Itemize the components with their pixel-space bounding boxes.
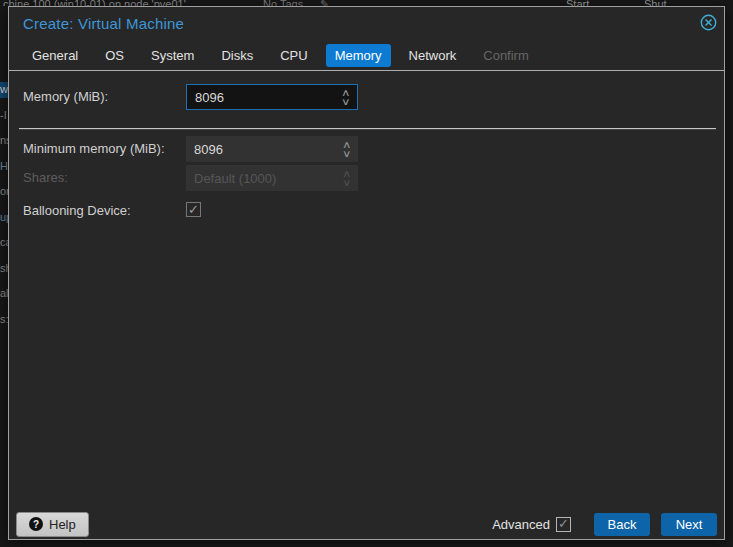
spinner-down-icon: ∨ (342, 149, 352, 158)
back-button[interactable]: Back (594, 513, 650, 536)
sidebar-fragment: s: (0, 312, 8, 328)
min-memory-label: Minimum memory (MiB): (23, 141, 165, 156)
advanced-toggle: Advanced ✓ (492, 517, 571, 532)
min-memory-input[interactable] (186, 136, 336, 162)
tab-memory[interactable]: Memory (326, 44, 391, 67)
shares-spinner-buttons: ∧ ∨ (336, 165, 358, 191)
sidebar-fragment: Hi (0, 159, 8, 175)
min-memory-row: Minimum memory (MiB): ∧ ∨ (9, 136, 724, 162)
memory-spinner-buttons[interactable]: ∧ ∨ (335, 85, 357, 109)
memory-input[interactable] (187, 85, 335, 109)
ballooning-label: Ballooning Device: (23, 203, 131, 218)
create-vm-dialog: Create: Virtual Machine General OS Syste… (8, 6, 725, 540)
close-button[interactable] (699, 13, 717, 31)
memory-row: Memory (MiB): ∧ ∨ (9, 84, 724, 110)
tab-bar: General OS System Disks CPU Memory Netwo… (9, 41, 724, 71)
ballooning-checkbox[interactable]: ✓ (186, 202, 201, 217)
advanced-checkbox[interactable]: ✓ (556, 517, 571, 532)
dialog-footer: ? Help Advanced ✓ Back Next (9, 510, 724, 538)
min-memory-spinner-buttons[interactable]: ∧ ∨ (336, 136, 358, 162)
shares-label: Shares: (23, 170, 68, 185)
tab-os[interactable]: OS (96, 44, 133, 67)
tab-system[interactable]: System (142, 44, 203, 67)
tab-network[interactable]: Network (400, 44, 466, 67)
tab-general[interactable]: General (23, 44, 87, 67)
ballooning-row: Ballooning Device: ✓ (9, 198, 724, 224)
sidebar-fragment: al (0, 286, 8, 302)
sidebar-fragment: sh (0, 261, 8, 277)
shares-input (186, 165, 336, 191)
sidebar-fragment: ca (0, 235, 8, 251)
advanced-label: Advanced (492, 517, 550, 532)
help-button[interactable]: ? Help (16, 512, 89, 537)
tab-confirm: Confirm (474, 44, 538, 67)
sidebar-fragment: wa (0, 82, 8, 98)
dialog-title: Create: Virtual Machine (23, 15, 184, 32)
tab-cpu[interactable]: CPU (271, 44, 316, 67)
checkmark-icon: ✓ (558, 517, 569, 530)
memory-spinner: ∧ ∨ (186, 84, 358, 110)
advanced-section-divider (19, 128, 716, 130)
min-memory-spinner: ∧ ∨ (186, 136, 358, 162)
help-button-label: Help (49, 517, 76, 532)
sidebar-fragment: ns (0, 133, 8, 149)
spinner-down-icon: ∨ (341, 97, 351, 106)
sidebar-fragment: or (0, 184, 8, 200)
spinner-down-icon: ∨ (342, 178, 352, 187)
checkmark-icon: ✓ (188, 203, 199, 216)
close-icon (700, 14, 717, 31)
shares-row: Shares: ∧ ∨ (9, 165, 724, 191)
background-sidebar-fragments: wa -I ns Hi or up ca sh al s: (0, 6, 8, 547)
help-icon: ? (29, 517, 43, 531)
shares-spinner: ∧ ∨ (186, 165, 358, 191)
sidebar-fragment: -I (0, 108, 8, 124)
memory-label: Memory (MiB): (23, 89, 108, 104)
sidebar-fragment: up (0, 210, 8, 226)
tab-disks[interactable]: Disks (212, 44, 262, 67)
dialog-header: Create: Virtual Machine (9, 7, 724, 43)
next-button[interactable]: Next (661, 513, 717, 536)
